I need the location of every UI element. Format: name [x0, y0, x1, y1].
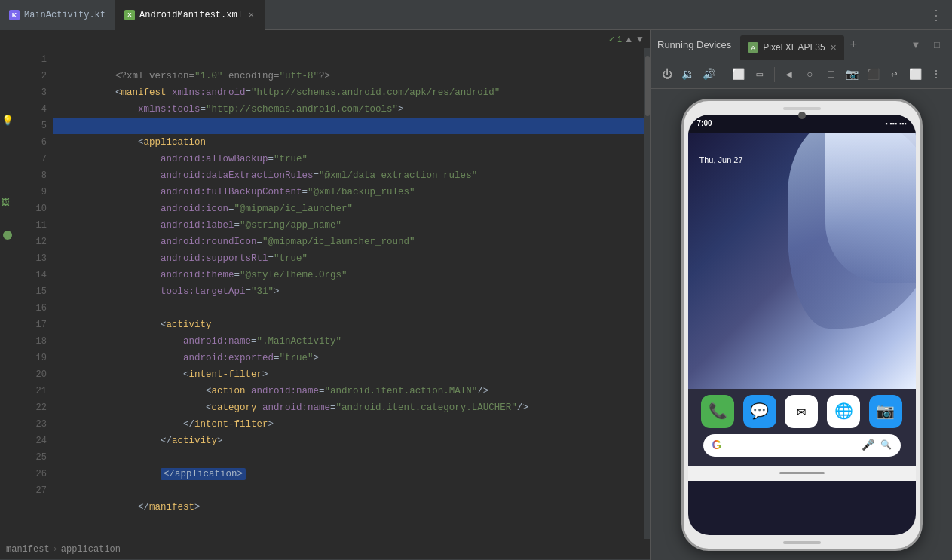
tab-android-manifest[interactable]: X AndroidManifest.xml ✕	[115, 0, 265, 30]
code-line-14: tools:targetApi="31">	[53, 267, 644, 283]
phone-app-row: 📞 💬 ✉ 🌐 📷	[697, 395, 907, 428]
code-line-1: <?xml version="1.0" encoding="utf-8"?>	[53, 51, 644, 68]
code-content[interactable]: <?xml version="1.0" encoding="utf-8"?> <…	[53, 48, 644, 539]
code-line-18: android:exported="true">	[53, 333, 644, 350]
panel-chevron-down-button[interactable]: ▼	[907, 36, 925, 54]
code-line-27: </manifest>	[53, 482, 644, 499]
device-tab-pixel[interactable]: A Pixel XL API 35 ✕	[740, 35, 843, 60]
tab-menu-button[interactable]: ⋮	[920, 7, 952, 23]
code-line-13: android:theme="@style/Theme.Orgs"	[53, 250, 644, 267]
phone-screen: 7:00 ▪ ▪▪▪ ▪▪▪ Thu, Jun 27	[688, 115, 916, 535]
phone-dock-area: 📞 💬 ✉ 🌐 📷	[688, 389, 916, 466]
code-line-19: <intent-filter>	[53, 350, 644, 366]
phone-search-bar[interactable]: G 🎤 🔍	[703, 434, 901, 457]
xml-icon: X	[124, 10, 135, 20]
battery-icon: ▪	[885, 120, 887, 127]
running-devices-title: Running Devices	[657, 39, 731, 50]
volume-down-button[interactable]: 🔉	[678, 65, 698, 84]
toolbar-separator-2	[774, 67, 775, 82]
toolbar-separator-1	[724, 67, 724, 82]
tab-label-android-manifest: AndroidManifest.xml	[139, 10, 243, 20]
tab-label-main-activity: MainActivity.kt	[24, 10, 106, 20]
phone-speaker	[783, 107, 821, 110]
code-line-2: <manifest xmlns:android="http://schemas.…	[53, 68, 644, 84]
home-bar	[779, 472, 825, 474]
phone-status-icons: ▪ ▪▪▪ ▪▪▪	[885, 120, 906, 127]
running-devices-panel: Running Devices A Pixel XL API 35 ✕ + ▼ …	[650, 30, 952, 560]
code-line-25: </application>	[53, 449, 644, 466]
phone-wallpaper: Thu, Jun 27	[688, 133, 916, 389]
running-devices-header: Running Devices A Pixel XL API 35 ✕ + ▼ …	[651, 30, 952, 60]
phone-time: 7:00	[697, 119, 712, 127]
landscape-button[interactable]: ▭	[750, 65, 770, 84]
annotation-count: 1	[617, 35, 622, 44]
check-icon: ✓	[608, 35, 615, 44]
phone-icon: 📞	[709, 402, 727, 421]
messages-icon: 💬	[750, 402, 769, 421]
device-tab-label: Pixel XL API 35	[763, 42, 825, 53]
main-content: ✓ 1 ▲ ▼ 💡 🖼 12345 678910 1112131415	[0, 30, 952, 560]
wallpaper-highlight	[825, 133, 916, 283]
rotate-left-button[interactable]: ↩	[884, 65, 904, 84]
annotation-badge: ✓ 1 ▲ ▼	[608, 34, 644, 44]
back-button[interactable]: ◀	[779, 65, 799, 84]
code-line-22: </intent-filter>	[53, 399, 644, 416]
phone-home-indicator	[688, 466, 916, 481]
phone-container: 7:00 ▪ ▪▪▪ ▪▪▪ Thu, Jun 27	[651, 89, 952, 560]
portrait-button[interactable]: ⬜	[729, 65, 748, 84]
chrome-app-icon[interactable]: 🌐	[827, 395, 860, 428]
tab-bar: K MainActivity.kt X AndroidManifest.xml …	[0, 0, 952, 30]
code-line-23: </activity>	[53, 416, 644, 433]
phone-camera	[798, 112, 806, 119]
zoom-button[interactable]: ⬜	[905, 65, 925, 84]
add-device-button[interactable]: +	[850, 38, 858, 52]
messages-app-icon[interactable]: 💬	[743, 395, 776, 428]
code-line-6: android:allowBackup="true"	[53, 134, 644, 151]
left-gutter: 💡 🖼	[0, 48, 15, 539]
code-line-9: android:icon="@mipmap/ic_launcher"	[53, 184, 644, 200]
code-editor[interactable]: 💡 🖼 12345 678910 1112131415 1617181920 2…	[0, 48, 650, 539]
screenshot-button[interactable]: 📷	[842, 65, 862, 84]
wifi-strength-icon: ▪▪▪	[889, 120, 897, 127]
breadcrumb-separator: ›	[53, 544, 58, 555]
code-line-17: android:name=".MainActivity"	[53, 317, 644, 333]
run-indicator-icon	[3, 231, 12, 240]
device-toolbar: ⏻ 🔉 🔊 ⬜ ▭ ◀ ○ □ 📷 ⬛ ↩ ⬜ ⋮	[651, 60, 952, 89]
code-line-12: android:supportsRtl="true"	[53, 234, 644, 250]
power-button[interactable]: ⏻	[657, 65, 677, 84]
scrollbar-thumb[interactable]	[645, 56, 650, 116]
code-line-16: <activity	[53, 300, 644, 317]
tab-main-activity[interactable]: K MainActivity.kt	[0, 0, 115, 30]
tab-close-icon[interactable]: ✕	[247, 9, 256, 20]
nav-up-arrow[interactable]: ▲	[624, 34, 633, 44]
code-line-5: <application	[53, 118, 644, 134]
code-line-11: android:roundIcon="@mipmap/ic_launcher_r…	[53, 217, 644, 234]
android-icon: A	[748, 42, 758, 53]
screenrecord-button[interactable]: ⬛	[863, 65, 883, 84]
voice-search-icon[interactable]: 🎤	[862, 439, 874, 451]
device-tab-close-icon[interactable]: ✕	[830, 43, 837, 53]
nav-down-arrow[interactable]: ▼	[635, 34, 644, 44]
editor-scrollbar[interactable]	[644, 48, 650, 539]
lens-search-icon[interactable]: 🔍	[880, 439, 892, 451]
breadcrumb-part-2: application	[61, 544, 121, 555]
home-button[interactable]: ○	[800, 65, 820, 84]
lightbulb-icon[interactable]: 💡	[2, 115, 14, 127]
code-line-4	[53, 101, 644, 118]
panel-controls: ▼ □	[907, 36, 946, 54]
chrome-icon: 🌐	[834, 402, 853, 421]
camera-app-icon[interactable]: 📷	[869, 395, 902, 428]
camera-icon: 📷	[876, 402, 895, 421]
panel-maximize-button[interactable]: □	[928, 36, 946, 54]
gmail-icon: ✉	[797, 402, 806, 421]
breadcrumb-part-1: manifest	[6, 544, 50, 555]
phone-date: Thu, Jun 27	[699, 155, 743, 164]
volume-up-button[interactable]: 🔊	[699, 65, 719, 84]
more-options-button[interactable]: ⋮	[926, 65, 946, 84]
overview-button[interactable]: □	[821, 65, 840, 84]
code-line-8: android:fullBackupContent="@xml/backup_r…	[53, 167, 644, 184]
code-line-26	[53, 466, 644, 482]
gmail-app-icon[interactable]: ✉	[785, 395, 818, 428]
signal-icon: ▪▪▪	[899, 120, 907, 127]
phone-app-icon[interactable]: 📞	[701, 395, 734, 428]
